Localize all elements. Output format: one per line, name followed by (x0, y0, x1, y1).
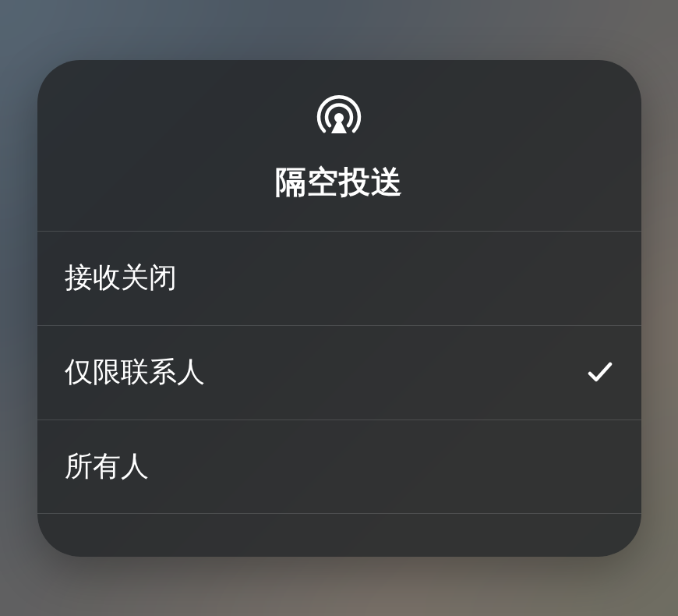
airdrop-modal: 隔空投送 接收关闭 仅限联系人 所有人 (37, 60, 641, 557)
modal-title: 隔空投送 (275, 161, 403, 204)
option-label: 接收关闭 (65, 259, 177, 297)
modal-header: 隔空投送 (37, 60, 641, 231)
option-everyone[interactable]: 所有人 (37, 420, 641, 514)
checkmark-icon (586, 359, 614, 387)
option-label: 仅限联系人 (65, 353, 205, 391)
options-list: 接收关闭 仅限联系人 所有人 (37, 231, 641, 514)
option-contacts-only[interactable]: 仅限联系人 (37, 325, 641, 420)
bottom-spacer (37, 514, 641, 557)
option-label: 所有人 (65, 448, 149, 486)
airdrop-icon (314, 91, 364, 141)
option-receiving-off[interactable]: 接收关闭 (37, 231, 641, 325)
